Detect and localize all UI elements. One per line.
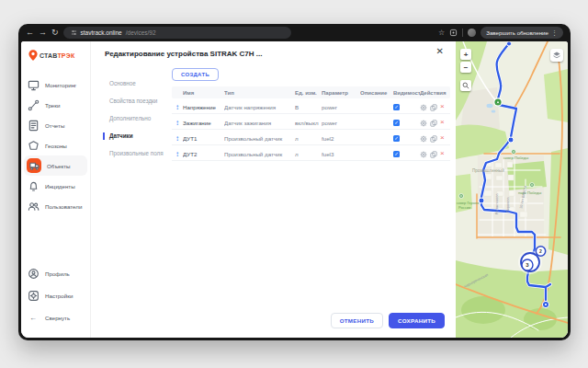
logo[interactable]: СТАВТРЭК [28, 50, 74, 61]
sensor-name: Напряжение [183, 104, 224, 110]
app-content: СТАВТРЭК Мониторинг Треки Отчеты [21, 41, 568, 338]
district-label: Промышленный [472, 167, 504, 173]
sensor-param: fuel3 [322, 151, 360, 157]
sidebar-item-label: Мониторинг [45, 82, 76, 88]
copy-icon[interactable] [430, 145, 437, 162]
route-start-dot[interactable] [507, 41, 512, 46]
visibility-checkbox[interactable]: ✓ [393, 104, 400, 110]
truck-icon [27, 158, 41, 173]
delete-icon[interactable]: × [440, 134, 445, 142]
dialog-footer: ОТМЕНИТЬ СОХРАНИТЬ [331, 313, 445, 328]
sensor-type: Произвольный датчик [224, 151, 295, 157]
reload-icon[interactable]: ↻ [51, 29, 59, 37]
bookmark-star-icon[interactable]: ☆ [438, 29, 445, 37]
tab-trip-properties[interactable]: Свойства поездки [103, 98, 167, 105]
forward-icon[interactable]: → [39, 29, 47, 37]
visibility-checkbox[interactable]: ✓ [393, 120, 400, 126]
delete-icon[interactable]: × [440, 150, 445, 157]
sidebar-item-label: Настройки [45, 293, 73, 299]
zoom-in-button[interactable]: + [460, 49, 471, 60]
delete-icon[interactable]: × [440, 103, 445, 110]
map-search-button[interactable] [460, 80, 471, 91]
sidebar: СТАВТРЭК Мониторинг Треки Отчеты [21, 41, 91, 338]
sidebar-item-geozones[interactable]: Геозоны [24, 135, 87, 155]
copy-icon[interactable] [430, 130, 437, 146]
sensor-type: Датчик зажигания [224, 120, 295, 126]
settings-gear-icon[interactable] [420, 130, 427, 146]
drag-handle-icon[interactable]: ↕ [172, 119, 183, 127]
copy-icon[interactable] [430, 98, 437, 115]
close-icon[interactable]: ✕ [436, 47, 444, 56]
settings-gear-icon[interactable] [420, 98, 427, 115]
tab-sensors[interactable]: Датчики [103, 132, 167, 140]
sidebar-item-collapse[interactable]: ← Свернуть [24, 306, 87, 328]
map-controls: + − [460, 49, 471, 93]
drag-handle-icon[interactable]: ↕ [172, 103, 183, 111]
sidebar-item-users[interactable]: Пользователи [24, 196, 87, 216]
sidebar-item-monitoring[interactable]: Мониторинг [24, 75, 87, 95]
tab-custom-fields[interactable]: Произвольные поля [103, 150, 167, 157]
finish-update-button[interactable]: Завершить обновление ⋮ [481, 27, 563, 39]
browser-window: ← → ↻ stavtrack.online/devices/92 ☆ Заве… [18, 24, 571, 340]
col-desc: Описание [360, 90, 393, 96]
col-visible: Видимость [393, 90, 420, 96]
save-button[interactable]: СОХРАНИТЬ [389, 313, 445, 328]
zoom-out-button[interactable]: − [460, 62, 471, 73]
start-marker[interactable] [494, 98, 502, 106]
settings-gear-icon[interactable] [420, 114, 427, 131]
logo-pin-icon [28, 50, 38, 61]
extensions-icon[interactable] [449, 29, 458, 37]
table-row: ↕ ДУТ1 Произвольный датчик л fuel2 ✓ × [172, 130, 450, 145]
row-actions: × [420, 145, 450, 162]
profile-avatar[interactable] [468, 29, 476, 37]
collapse-arrow-icon: ← [27, 311, 40, 324]
layers-button[interactable] [550, 49, 563, 62]
row-actions: × [420, 130, 450, 146]
map-panel[interactable]: Промышленный парк Победы сквер Победы ск… [456, 41, 568, 338]
sidebar-item-profile[interactable]: Профиль [24, 262, 87, 284]
chrome-menu-icon[interactable]: ⋮ [551, 29, 558, 37]
sensor-type: Датчик напряжения [224, 104, 295, 110]
drag-handle-icon[interactable]: ↕ [172, 150, 183, 158]
edit-tabs: Основное Свойства поездки Дополнительно … [103, 80, 167, 167]
url-path: /devices/92 [126, 29, 156, 36]
sidebar-item-incidents[interactable]: Инциденты [24, 176, 87, 196]
settings-gear-icon[interactable] [420, 145, 427, 162]
table-row: ↕ Напряжение Датчик напряжения В power ✓… [172, 98, 450, 114]
visibility-checkbox[interactable]: ✓ [393, 135, 400, 142]
col-unit: Ед. изм. [295, 90, 322, 96]
visibility-checkbox[interactable]: ✓ [393, 151, 400, 157]
create-button[interactable]: СОЗДАТЬ [172, 68, 219, 81]
park-label: сквер Победы [503, 155, 528, 160]
logo-text: СТАВТРЭК [40, 52, 74, 59]
sidebar-item-settings[interactable]: Настройки [24, 284, 87, 306]
tab-main[interactable]: Основное [103, 80, 167, 87]
end-marker[interactable] [542, 301, 548, 307]
back-icon[interactable]: ← [26, 29, 34, 37]
cancel-button[interactable]: ОТМЕНИТЬ [331, 313, 383, 328]
chrome-divider [462, 29, 463, 37]
sensor-name: Зажигание [183, 120, 224, 126]
sidebar-item-reports[interactable]: Отчеты [24, 115, 87, 135]
waypoint-marker[interactable] [508, 137, 514, 143]
cluster-marker[interactable]: 3 2 [518, 247, 546, 274]
drag-handle-icon[interactable]: ↕ [172, 134, 183, 143]
sensor-unit: л [295, 151, 322, 157]
tab-additional[interactable]: Дополнительно [103, 115, 167, 122]
row-actions: × [420, 114, 450, 131]
sidebar-item-objects[interactable]: Объекты [24, 155, 87, 176]
copy-icon[interactable] [430, 114, 437, 131]
sensor-param: power [322, 120, 360, 126]
sensor-unit: вкл/выкл [295, 120, 322, 126]
row-actions: × [420, 98, 450, 115]
sidebar-item-tracks[interactable]: Треки [24, 95, 87, 115]
address-bar[interactable]: stavtrack.online/devices/92 [63, 27, 291, 39]
table-header-row: Имя Тип Ед. изм. Параметр Описание Видим… [172, 86, 450, 98]
gear-icon [27, 289, 40, 302]
delete-icon[interactable]: × [440, 119, 445, 126]
sidebar-item-label: Свернуть [45, 315, 70, 321]
sensor-param: power [322, 104, 360, 110]
sidebar-item-label: Инциденты [45, 183, 75, 190]
monitor-icon [27, 78, 40, 91]
waypoint-marker[interactable] [479, 198, 484, 203]
